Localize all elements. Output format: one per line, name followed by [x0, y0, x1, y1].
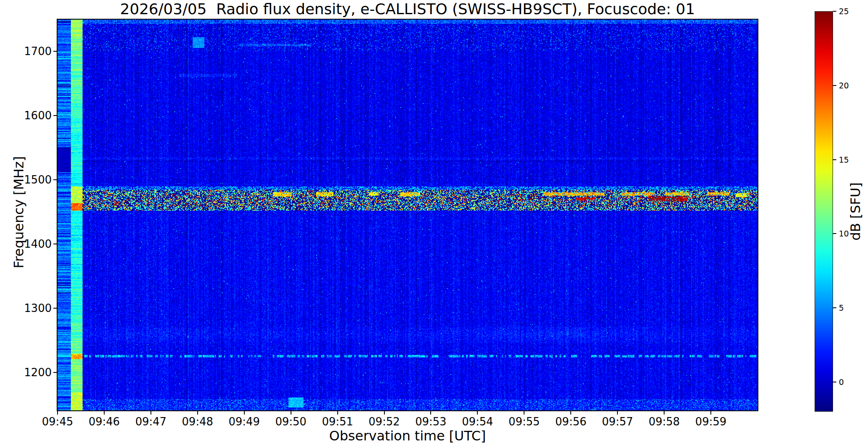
- x-tick-label: 09:53: [406, 415, 456, 428]
- colorbar: [815, 11, 833, 412]
- x-axis-label: Observation time [UTC]: [58, 428, 758, 444]
- x-tick-label: 09:51: [313, 415, 363, 428]
- chart-title: 2026/03/05 Radio flux density, e-CALLIST…: [58, 0, 758, 18]
- x-tick-label: 09:58: [639, 415, 689, 428]
- colorbar-tick-label: 25: [839, 7, 864, 16]
- x-tick-label: 09:56: [546, 415, 596, 428]
- x-tick-label: 09:46: [79, 415, 129, 428]
- colorbar-label: dB [SFU]: [847, 128, 864, 295]
- x-tick-mark: [430, 411, 431, 415]
- x-tick-label: 09:54: [452, 415, 502, 428]
- y-axis-label: Frequency [MHz]: [10, 129, 27, 296]
- x-tick-mark: [291, 411, 291, 415]
- colorbar-tick-label: 20: [839, 81, 864, 90]
- colorbar-tick-mark: [833, 159, 836, 160]
- y-tick-mark: [53, 308, 57, 309]
- x-tick-mark: [617, 411, 618, 415]
- x-tick-mark: [477, 411, 478, 415]
- y-tick-mark: [53, 115, 57, 116]
- colorbar-tick-mark: [833, 233, 836, 234]
- x-tick-mark: [664, 411, 665, 415]
- x-tick-mark: [151, 411, 151, 415]
- y-tick-mark: [53, 51, 57, 52]
- colorbar-tick-mark: [833, 382, 836, 382]
- x-tick-label: 09:48: [173, 415, 223, 428]
- x-tick-label: 09:57: [592, 415, 642, 428]
- colorbar-tick-label: 5: [839, 303, 864, 312]
- x-tick-label: 09:47: [126, 415, 176, 428]
- y-tick-mark: [53, 179, 57, 180]
- colorbar-tick-mark: [833, 85, 836, 86]
- y-tick-mark: [53, 244, 57, 244]
- colorbar-tick-mark: [833, 11, 836, 12]
- colorbar-tick-label: 0: [839, 377, 864, 387]
- y-tick-label: 1700: [0, 45, 52, 58]
- y-tick-label: 1200: [0, 366, 52, 379]
- x-tick-mark: [710, 411, 711, 415]
- x-tick-label: 09:55: [499, 415, 549, 428]
- spectrogram-figure: 2026/03/05 Radio flux density, e-CALLIST…: [0, 0, 868, 445]
- x-tick-mark: [524, 411, 524, 415]
- y-tick-label: 1600: [0, 109, 52, 122]
- x-tick-mark: [384, 411, 385, 415]
- x-tick-mark: [244, 411, 245, 415]
- x-tick-label: 09:50: [266, 415, 316, 428]
- y-tick-mark: [53, 372, 57, 373]
- x-tick-label: 09:52: [359, 415, 409, 428]
- y-tick-label: 1400: [0, 237, 52, 251]
- x-tick-mark: [197, 411, 198, 415]
- x-tick-mark: [337, 411, 338, 415]
- y-tick-label: 1500: [0, 173, 52, 186]
- y-tick-label: 1300: [0, 302, 52, 315]
- x-tick-label: 09:45: [33, 415, 83, 428]
- x-tick-label: 09:49: [219, 415, 269, 428]
- x-tick-label: 09:59: [686, 415, 736, 428]
- x-tick-mark: [104, 411, 105, 415]
- colorbar-tick-mark: [833, 307, 836, 308]
- plot-area: [57, 19, 758, 411]
- x-tick-mark: [570, 411, 571, 415]
- x-tick-mark: [57, 411, 58, 415]
- spectrogram-canvas: [58, 20, 758, 410]
